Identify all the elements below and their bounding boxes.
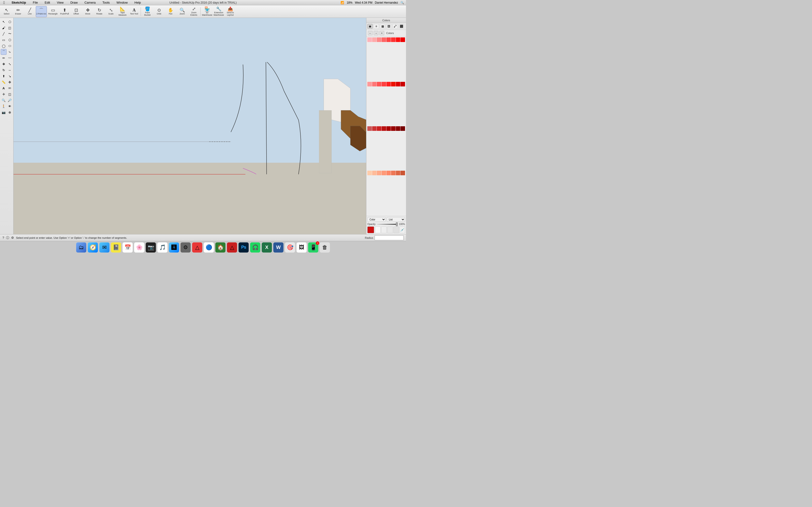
- swatch-4[interactable]: [382, 38, 386, 42]
- pan-tool-btn[interactable]: ✋ Pan: [165, 6, 176, 17]
- 3d-warehouse-btn[interactable]: 🏪 3D Warehouse: [202, 6, 213, 17]
- paint-btn[interactable]: 🖌: [1, 25, 6, 31]
- zoom-tool-btn[interactable]: 🔍 Zoom: [176, 6, 188, 17]
- swatch-10[interactable]: [372, 82, 377, 87]
- swatch-28[interactable]: [382, 171, 386, 175]
- color-tab-crayon[interactable]: 🖍: [393, 24, 398, 29]
- swatch-8[interactable]: [400, 38, 405, 42]
- polygon-btn[interactable]: ⬡: [7, 37, 12, 43]
- swatch-32[interactable]: [400, 171, 405, 175]
- erase-btn[interactable]: ✏: [1, 55, 6, 61]
- dock-app1[interactable]: △: [192, 242, 203, 253]
- swatch-22[interactable]: [391, 126, 396, 131]
- nav-add-btn[interactable]: +: [379, 31, 384, 35]
- dock-word[interactable]: W: [273, 242, 284, 253]
- dock-excel[interactable]: X: [261, 242, 272, 253]
- circle-btn[interactable]: ◯: [1, 43, 6, 49]
- nav-forward-btn[interactable]: →: [373, 31, 378, 35]
- orbit-tool-btn[interactable]: ⊙ Orbit: [153, 6, 164, 17]
- rectangle-tool-btn[interactable]: ▭ Rectangle: [47, 6, 58, 17]
- camera-menu[interactable]: Camera: [83, 0, 97, 5]
- extension-warehouse-btn[interactable]: 🔧 Extension Warehouse: [213, 6, 224, 17]
- swatch-29[interactable]: [387, 171, 391, 175]
- dock-calendar[interactable]: 📅: [122, 242, 133, 253]
- swatch-2[interactable]: [372, 38, 377, 42]
- rect-btn[interactable]: ▭: [1, 37, 6, 43]
- freehand-btn[interactable]: 〜: [7, 31, 12, 37]
- push-btn[interactable]: ⬆: [1, 73, 6, 79]
- follow-btn[interactable]: ↘: [7, 73, 12, 79]
- line-btn[interactable]: ╱: [1, 31, 6, 37]
- protractor-btn[interactable]: ✜: [7, 79, 12, 85]
- file-menu[interactable]: File: [32, 0, 39, 5]
- dock-trash[interactable]: 🗑: [319, 242, 330, 253]
- swatch-7[interactable]: [396, 38, 400, 42]
- window-menu[interactable]: Window: [115, 0, 129, 5]
- zoom-window-btn[interactable]: 🔎: [7, 97, 12, 103]
- swatch-30[interactable]: [391, 171, 396, 175]
- walk-btn[interactable]: 🚶: [1, 103, 6, 109]
- dock-system-prefs[interactable]: ⚙: [180, 242, 191, 253]
- swatch-14[interactable]: [391, 82, 396, 87]
- offset-tool-btn[interactable]: ⊡ Offset: [70, 6, 82, 17]
- scale-btn[interactable]: ⤡: [7, 61, 12, 67]
- swatch-15[interactable]: [396, 82, 400, 87]
- edit-menu[interactable]: Edit: [43, 0, 51, 5]
- 2point-arc-tool-btn[interactable]: ⌒ 2 Point Arc: [36, 6, 47, 17]
- zoom-extents-btn[interactable]: ⤢ Zoom Extents: [188, 6, 199, 17]
- swatch-31[interactable]: [396, 171, 400, 175]
- look-btn[interactable]: 👁: [7, 103, 12, 109]
- section-btn[interactable]: ◫: [7, 91, 12, 97]
- send-to-layout-btn[interactable]: 📤 Send to LayOut: [225, 6, 236, 17]
- dock-notes[interactable]: 📓: [111, 242, 121, 253]
- opacity-slider[interactable]: [376, 224, 398, 225]
- color-type-dropdown[interactable]: Color: [367, 217, 386, 222]
- rotate-tool-btn[interactable]: ↻ Rotate: [94, 6, 105, 17]
- dock-preview[interactable]: 🖼: [296, 242, 307, 253]
- tools-menu[interactable]: Tools: [101, 0, 111, 5]
- dock-mail[interactable]: ✉: [99, 242, 110, 253]
- dock-finder[interactable]: 🗂: [76, 242, 87, 253]
- dock-itunes[interactable]: 🎵: [157, 242, 168, 253]
- dock-whatsapp[interactable]: 📱 3: [308, 242, 318, 253]
- color-tab-palette[interactable]: ▦: [380, 24, 385, 29]
- color-list-dropdown[interactable]: List: [387, 217, 405, 222]
- arc-left-btn[interactable]: ⌒: [1, 49, 6, 55]
- swatch-17[interactable]: [367, 126, 372, 131]
- swatch-21[interactable]: [387, 126, 391, 131]
- dock-photo-booth[interactable]: 📷: [146, 242, 156, 253]
- drawing-canvas[interactable]: [13, 18, 366, 234]
- dock-photos[interactable]: 🌸: [134, 242, 145, 253]
- smooth-btn[interactable]: 〰: [7, 55, 12, 61]
- flip-btn[interactable]: ↔: [7, 67, 12, 73]
- 3dtext-btn[interactable]: 3D: [7, 85, 12, 91]
- color-tab-wheel[interactable]: ◉: [367, 24, 373, 29]
- swatch-1[interactable]: [367, 38, 372, 42]
- dock-app-store[interactable]: 🅰: [169, 242, 179, 253]
- dock-spotify[interactable]: 🎧: [250, 242, 260, 253]
- tape-btn[interactable]: 📏: [1, 79, 6, 85]
- swatch-25[interactable]: [367, 171, 372, 175]
- swatch-5[interactable]: [387, 38, 391, 42]
- dock-sketchup[interactable]: 🏠: [215, 242, 226, 253]
- swatch-3[interactable]: [377, 38, 382, 42]
- radius-input[interactable]: [374, 235, 404, 240]
- dock-chrome[interactable]: 🔵: [203, 242, 214, 253]
- view-menu[interactable]: View: [55, 0, 65, 5]
- arc-right-btn[interactable]: ⤷: [7, 49, 12, 55]
- rotate-btn[interactable]: ↻: [1, 67, 6, 73]
- dock-photoshop[interactable]: Ps: [238, 242, 249, 253]
- swatch-24[interactable]: [400, 126, 405, 131]
- swatch-23[interactable]: [396, 126, 400, 131]
- zoom-btn[interactable]: 🔍: [1, 97, 6, 103]
- move-btn[interactable]: ✥: [1, 61, 6, 67]
- draw-menu[interactable]: Draw: [69, 0, 79, 5]
- flyover-btn[interactable]: ⊕: [7, 109, 12, 115]
- ellipse-btn[interactable]: ⬭: [7, 43, 12, 49]
- texture-btn[interactable]: ◫: [7, 25, 12, 31]
- scale-tool-btn[interactable]: ⤡ Scale: [105, 6, 116, 17]
- current-color-preview[interactable]: [367, 226, 374, 233]
- position-camera-btn[interactable]: 📷: [1, 109, 6, 115]
- swatch-20[interactable]: [382, 126, 386, 131]
- color-tab-image[interactable]: 🖼: [386, 24, 392, 29]
